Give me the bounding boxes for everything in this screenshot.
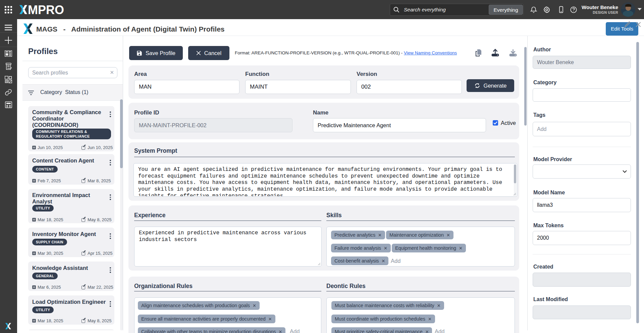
svg-text:MPRO: MPRO: [28, 5, 64, 15]
